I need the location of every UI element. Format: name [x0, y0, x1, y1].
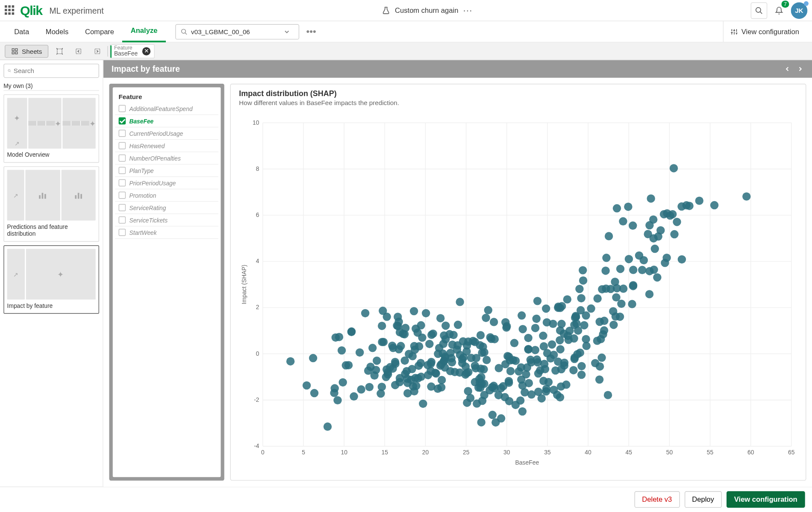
svg-point-306 [549, 320, 557, 328]
svg-point-389 [616, 265, 624, 273]
svg-point-351 [570, 334, 578, 342]
feature-item[interactable]: ServiceTickets [115, 214, 218, 226]
view-configuration-link[interactable]: View configuration [723, 21, 806, 42]
svg-text:45: 45 [626, 449, 633, 456]
deploy-button[interactable]: Deploy [684, 491, 721, 508]
checkbox-icon[interactable] [119, 192, 126, 199]
svg-line-21 [10, 71, 11, 72]
feature-item[interactable]: Promotion [115, 189, 218, 202]
feature-item[interactable]: AdditionalFeatureSpend [115, 102, 218, 115]
shap-chart-panel: Impact distribution (SHAP) How different… [230, 84, 806, 480]
selection-feature-tag[interactable]: Feature BaseFee ✕ [110, 44, 155, 58]
sheet-search-input[interactable] [14, 67, 95, 74]
svg-rect-16 [12, 52, 14, 54]
notification-badge: 7 [781, 0, 789, 8]
search-button[interactable] [751, 2, 768, 19]
notifications-button[interactable]: 7 [771, 2, 788, 19]
experiment-name: Custom churn again [395, 6, 458, 15]
svg-point-309 [531, 346, 539, 354]
checkbox-icon[interactable] [119, 179, 126, 187]
checkbox-icon[interactable] [119, 155, 126, 162]
checkbox-icon[interactable] [119, 204, 126, 211]
model-selector[interactable]: v03_LGBMC_00_06 [175, 24, 299, 39]
svg-point-196 [409, 382, 417, 390]
checkbox-icon[interactable] [119, 117, 126, 125]
svg-point-427 [673, 218, 681, 226]
experiment-more-icon[interactable]: ⋯ [463, 5, 472, 16]
selection-step-back-icon[interactable] [71, 44, 86, 57]
checkbox-icon[interactable] [119, 130, 126, 137]
svg-point-384 [602, 254, 610, 262]
checkbox-icon[interactable] [119, 142, 126, 149]
checkbox-icon[interactable] [119, 229, 126, 236]
svg-rect-23 [42, 193, 44, 199]
feature-item[interactable]: PriorPeriodUsage [115, 177, 218, 189]
sheet-card[interactable]: ✦↗✦✦Model Overview [3, 94, 99, 163]
svg-point-136 [394, 322, 402, 330]
svg-point-217 [453, 341, 462, 349]
sliders-icon [731, 28, 738, 35]
svg-point-133 [391, 381, 399, 389]
chevron-left-icon[interactable] [784, 65, 791, 73]
svg-point-240 [484, 306, 492, 314]
svg-text:2: 2 [256, 304, 259, 310]
main-tab-data[interactable]: Data [6, 21, 38, 42]
svg-point-410 [649, 215, 657, 223]
sheet-card[interactable]: ↗✦Impact by feature [3, 245, 99, 313]
feature-item[interactable]: NumberOfPenalties [115, 152, 218, 164]
svg-point-371 [582, 342, 590, 350]
svg-point-325 [542, 387, 550, 395]
view-configuration-button[interactable]: View configuration [727, 491, 805, 508]
svg-rect-25 [75, 195, 76, 199]
sheet-search[interactable] [3, 64, 99, 78]
scatter-chart[interactable]: 05101520253035404550556065-4-20246810Bas… [239, 106, 797, 478]
svg-point-290 [503, 322, 511, 330]
sheets-button[interactable]: Sheets [5, 44, 49, 57]
svg-rect-24 [45, 194, 47, 199]
svg-point-20 [8, 70, 10, 72]
svg-point-334 [557, 365, 565, 373]
feature-item[interactable]: CurrentPeriodUsage [115, 127, 218, 140]
svg-point-233 [456, 369, 464, 377]
svg-point-430 [695, 196, 703, 205]
svg-point-275 [518, 325, 527, 333]
main-tab-compare[interactable]: Compare [77, 21, 123, 42]
feature-item[interactable]: StartWeek [115, 226, 218, 239]
svg-text:6: 6 [256, 211, 259, 218]
svg-point-144 [419, 400, 427, 408]
smart-search-icon[interactable] [52, 44, 68, 57]
chevron-right-icon[interactable] [797, 65, 804, 73]
svg-rect-26 [78, 193, 79, 199]
svg-point-78 [324, 422, 332, 430]
checkbox-icon[interactable] [119, 217, 126, 224]
sheet-card[interactable]: ↗Predictions and feature distribution [3, 166, 99, 242]
svg-line-3 [185, 32, 187, 34]
svg-point-289 [518, 407, 527, 415]
svg-text:40: 40 [585, 449, 591, 456]
selection-step-forward-icon[interactable] [90, 44, 105, 57]
svg-text:60: 60 [747, 449, 754, 456]
delete-button[interactable]: Delete v3 [634, 491, 680, 508]
feature-item[interactable]: PlanType [115, 164, 218, 177]
qlik-logo: Qlik [20, 3, 42, 18]
app-launcher-icon[interactable] [5, 5, 15, 16]
checkbox-icon[interactable] [119, 167, 126, 174]
svg-point-86 [333, 396, 341, 404]
flask-icon [382, 6, 390, 15]
svg-point-338 [577, 371, 585, 379]
avatar[interactable]: JK [791, 2, 808, 19]
close-icon[interactable]: ✕ [142, 47, 150, 55]
model-more-icon[interactable]: ••• [306, 26, 316, 37]
feature-item[interactable]: BaseFee [115, 115, 218, 127]
svg-text:10: 10 [253, 119, 259, 126]
main-tab-models[interactable]: Models [37, 21, 76, 42]
feature-item[interactable]: HasRenewed [115, 140, 218, 152]
main-tab-analyze[interactable]: Analyze [122, 21, 165, 42]
checkbox-icon[interactable] [119, 105, 126, 112]
svg-point-383 [593, 336, 601, 345]
feature-item[interactable]: ServiceRating [115, 202, 218, 214]
svg-text:15: 15 [382, 449, 388, 456]
svg-point-287 [512, 401, 520, 409]
svg-point-75 [303, 381, 311, 389]
svg-point-406 [635, 252, 643, 260]
